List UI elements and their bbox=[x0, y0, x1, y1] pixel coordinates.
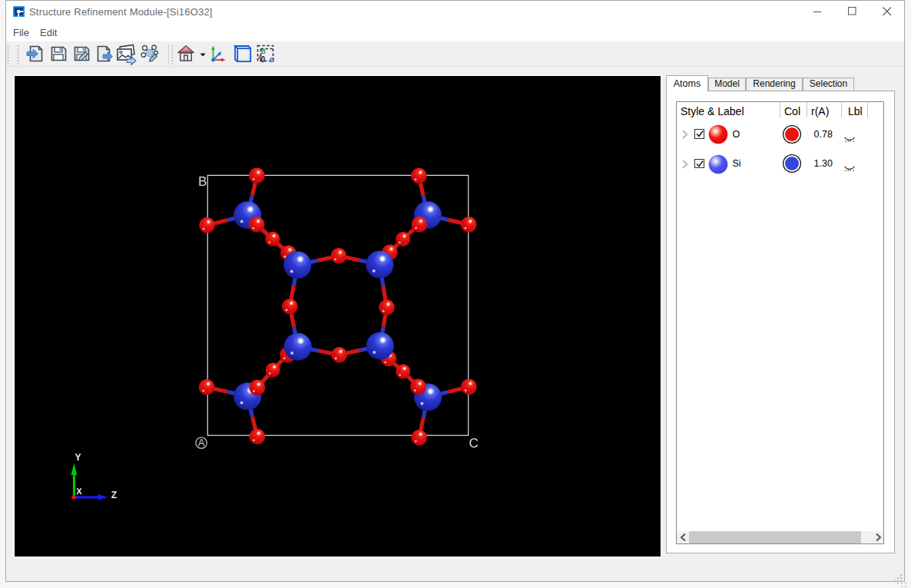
svg-text:X: X bbox=[76, 486, 82, 495]
svg-text:C: C bbox=[469, 435, 479, 450]
svg-text:Y: Y bbox=[75, 451, 81, 462]
svg-text:0: 0 bbox=[261, 55, 266, 63]
svg-text:Z: Z bbox=[111, 489, 117, 500]
svg-text:A: A bbox=[198, 438, 205, 448]
svg-text:C: C bbox=[270, 56, 275, 63]
svg-text:B: B bbox=[198, 173, 207, 188]
